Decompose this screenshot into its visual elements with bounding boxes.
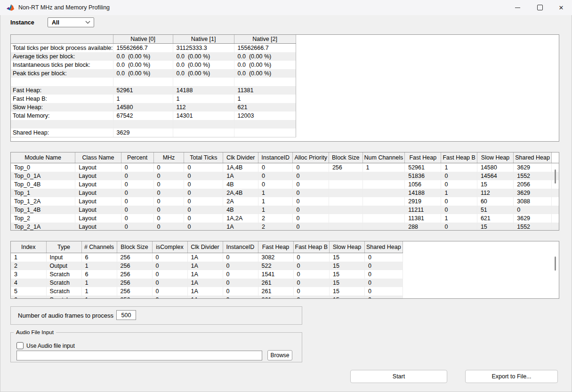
table-cell[interactable]: 0 [293,262,329,270]
table-cell[interactable] [329,223,363,231]
table-cell[interactable]: 12003 [234,112,296,120]
table-cell[interactable]: 0 [514,206,552,214]
table-cell[interactable] [363,206,405,214]
table-cell[interactable]: 11381 [405,214,441,223]
table-cell[interactable] [551,206,559,214]
table-cell[interactable] [363,214,405,223]
table-cell[interactable]: 0 [293,172,329,180]
table-cell[interactable]: 14188 [405,189,441,197]
table-cell[interactable]: 1541 [258,270,293,279]
table-cell[interactable]: Layout [75,223,121,231]
table-cell[interactable]: 4B [223,206,258,214]
browse-button[interactable]: Browse [267,350,292,360]
table-cell[interactable]: 0 [364,279,403,287]
use-audio-file-checkbox[interactable] [16,342,24,349]
table-cell[interactable]: Scratch [46,296,81,299]
table-cell[interactable]: 3082 [258,253,293,262]
table-cell[interactable]: 15 [477,180,513,189]
table-cell[interactable]: 0 [184,163,223,172]
table-cell[interactable] [113,120,173,128]
table-cell[interactable]: 522 [258,262,293,270]
table-cell[interactable]: 2 [11,262,46,270]
table-cell[interactable]: 1552 [514,172,552,180]
table-cell[interactable] [173,128,234,137]
table-cell[interactable]: Scratch [46,270,81,279]
table-cell[interactable]: 0 [258,180,293,189]
table-cell[interactable]: 3088 [514,197,552,206]
start-button[interactable]: Start [350,370,447,383]
table-cell[interactable]: 1552 [514,223,552,231]
table-cell[interactable]: Top_1_4B [11,206,75,214]
instance-dropdown[interactable]: All [48,17,94,27]
table-cell[interactable]: 0 [121,172,153,180]
table-cell[interactable]: 261 [258,287,293,296]
table-cell[interactable] [329,197,363,206]
table-cell[interactable]: 256 [329,163,363,172]
table-cell[interactable]: 0 [223,279,258,287]
table-cell[interactable]: 2A [223,197,258,206]
table-cell[interactable]: 1 [441,163,477,172]
table-cell[interactable]: 0.0 (0.00 %) [173,61,234,69]
table-cell[interactable]: 0 [223,270,258,279]
table-cell[interactable]: 0 [441,223,477,231]
table-cell[interactable]: 288 [405,223,441,231]
table-cell[interactable]: Total Memory: [11,112,113,120]
table-cell[interactable]: Top_1_2A [11,197,75,206]
table-cell[interactable]: Slow Heap: [11,103,113,112]
table-cell[interactable]: 0 [152,270,187,279]
table-cell[interactable]: 1 [81,296,117,299]
table-cell[interactable] [234,78,296,86]
table-cell[interactable]: 1 [258,189,293,197]
table-cell[interactable]: 14580 [477,163,513,172]
table-cell[interactable] [363,197,405,206]
table-cell[interactable]: 0.0 (0.00 %) [113,52,173,61]
table-cell[interactable]: 0 [152,262,187,270]
table-cell[interactable]: 0 [293,253,329,262]
table-cell[interactable]: 621 [477,214,513,223]
table-cell[interactable]: 0 [121,214,153,223]
table-cell[interactable]: 112 [173,103,234,112]
table-cell[interactable] [329,172,363,180]
table-cell[interactable]: 261 [258,296,293,299]
table-cell[interactable]: 15562666.7 [234,44,296,53]
table-cell[interactable]: 0 [152,287,187,296]
audio-file-path-input[interactable] [16,351,262,360]
table-cell[interactable]: 0 [441,172,477,180]
table-cell[interactable]: 51 [477,206,513,214]
vertical-scrollbar-thumb[interactable] [555,256,556,271]
table-cell[interactable]: 1A [187,287,223,296]
table-cell[interactable]: 14188 [173,86,234,95]
table-cell[interactable]: 256 [117,270,152,279]
close-button[interactable]: ✕ [550,0,572,15]
table-cell[interactable]: 0 [184,180,223,189]
table-cell[interactable]: 1 [234,95,296,103]
table-cell[interactable]: Top_0_1A [11,172,75,180]
table-cell[interactable]: 1A [187,296,223,299]
table-cell[interactable]: 0.0 (0.00 %) [173,52,234,61]
table-cell[interactable]: 3629 [514,189,552,197]
table-cell[interactable]: 0.0 (0.00 %) [113,61,173,69]
table-cell[interactable]: 4 [11,279,46,287]
table-cell[interactable]: 2A,4B [223,189,258,197]
table-cell[interactable]: 0 [153,172,184,180]
table-cell[interactable]: 1A [187,253,223,262]
table-cell[interactable]: 1 [363,163,405,172]
maximize-button[interactable] [529,0,551,15]
table-cell[interactable]: 0 [364,287,403,296]
table-cell[interactable]: 1 [441,214,477,223]
table-cell[interactable]: 0 [293,163,329,172]
table-cell[interactable]: Top_0 [11,163,75,172]
table-cell[interactable]: 256 [117,296,152,299]
table-cell[interactable]: 51836 [405,172,441,180]
table-cell[interactable]: 15 [329,287,364,296]
table-cell[interactable]: 0 [223,253,258,262]
table-cell[interactable]: 0 [441,197,477,206]
table-cell[interactable]: 0 [364,296,403,299]
table-cell[interactable]: 256 [117,279,152,287]
table-cell[interactable]: 2056 [514,180,552,189]
table-cell[interactable]: Top_0_4B [11,180,75,189]
table-cell[interactable] [363,223,405,231]
table-cell[interactable]: 15562666.7 [113,44,173,53]
table-cell[interactable]: Scratch [46,279,81,287]
table-cell[interactable] [363,180,405,189]
